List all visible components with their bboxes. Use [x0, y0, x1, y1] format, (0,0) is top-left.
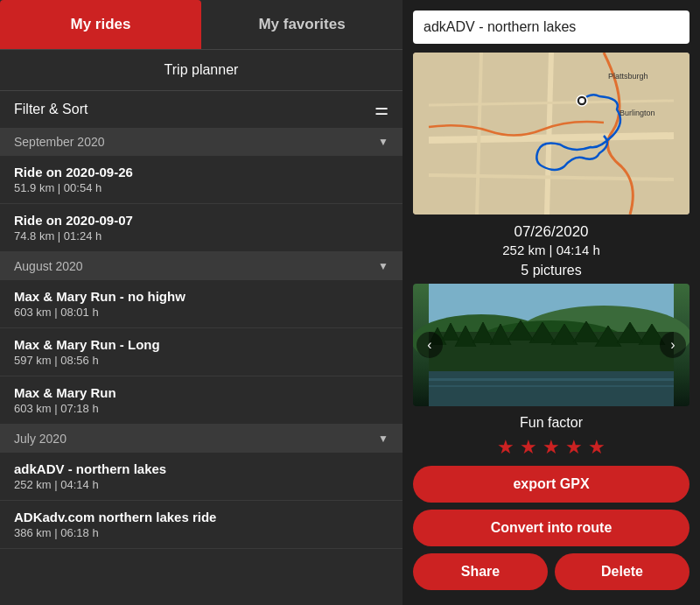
carousel-next-button[interactable]: ›	[660, 332, 686, 358]
list-item[interactable]: Max & Mary Run 603 km | 07:18 h	[0, 376, 402, 425]
list-item[interactable]: Max & Mary Run - no highw 603 km | 08:01…	[0, 280, 402, 328]
svg-rect-16	[429, 378, 674, 381]
share-delete-row: Share Delete	[413, 553, 690, 590]
list-item[interactable]: Ride on 2020-09-07 74.8 km | 01:24 h	[0, 204, 402, 252]
filter-sort-row: Filter & Sort ⚌	[0, 91, 402, 128]
rides-list[interactable]: September 2020 ▼ Ride on 2020-09-26 51.9…	[0, 128, 402, 605]
month-header-september[interactable]: September 2020 ▼	[0, 128, 402, 156]
filter-sort-label: Filter & Sort	[14, 102, 88, 117]
list-item[interactable]: ADKadv.com northern lakes ride 386 km | …	[0, 501, 402, 549]
chevron-down-icon: ▼	[378, 433, 388, 445]
trip-planner-row[interactable]: Trip planner	[0, 49, 402, 91]
tab-my-favorites[interactable]: My favorites	[201, 0, 402, 49]
fun-factor-label: Fun factor	[413, 415, 690, 431]
month-header-august[interactable]: August 2020 ▼	[0, 252, 402, 280]
left-panel: My rides My favorites Trip planner Filte…	[0, 0, 402, 605]
photo-carousel: ‹ ›	[413, 284, 690, 406]
right-panel: Plattsburgh Burlington 07/26/2020 252 km…	[402, 0, 700, 605]
share-button[interactable]: Share	[413, 553, 548, 590]
tabs-row: My rides My favorites	[0, 0, 402, 49]
chevron-down-icon: ▼	[378, 136, 388, 148]
star-1[interactable]: ★	[497, 436, 514, 459]
star-3[interactable]: ★	[542, 436, 560, 459]
star-4[interactable]: ★	[565, 436, 583, 459]
photo-image	[413, 284, 690, 406]
filter-icon[interactable]: ⚌	[374, 100, 388, 119]
chevron-down-icon: ▼	[378, 260, 388, 272]
svg-rect-17	[429, 385, 674, 387]
list-item-selected[interactable]: adkADV - northern lakes 252 km | 04:14 h	[0, 453, 402, 501]
carousel-prev-button[interactable]: ‹	[416, 332, 443, 358]
svg-point-7	[579, 98, 584, 103]
svg-text:Plattsburgh: Plattsburgh	[608, 72, 648, 81]
trip-planner-label: Trip planner	[164, 62, 239, 78]
month-header-july[interactable]: July 2020 ▼	[0, 425, 402, 453]
tab-my-rides[interactable]: My rides	[0, 0, 201, 49]
svg-text:Burlington: Burlington	[620, 109, 655, 117]
star-2[interactable]: ★	[520, 436, 537, 459]
list-item[interactable]: Max & Mary Run - Long 597 km | 08:56 h	[0, 328, 402, 376]
star-5[interactable]: ★	[588, 436, 606, 459]
ride-info-row: 07/26/2020 252 km | 04:14 h	[413, 223, 690, 257]
export-gpx-button[interactable]: export GPX	[413, 466, 690, 503]
delete-button[interactable]: Delete	[555, 553, 690, 590]
svg-rect-15	[429, 371, 674, 406]
map-preview: Plattsburgh Burlington	[413, 53, 690, 215]
convert-route-button[interactable]: Convert into route	[413, 510, 690, 546]
list-item[interactable]: Ride on 2020-09-26 51.9 km | 00:54 h	[0, 156, 402, 204]
stars-row: ★ ★ ★ ★ ★	[413, 436, 690, 459]
route-title-input[interactable]	[413, 11, 690, 44]
pictures-count: 5 pictures	[413, 263, 690, 278]
